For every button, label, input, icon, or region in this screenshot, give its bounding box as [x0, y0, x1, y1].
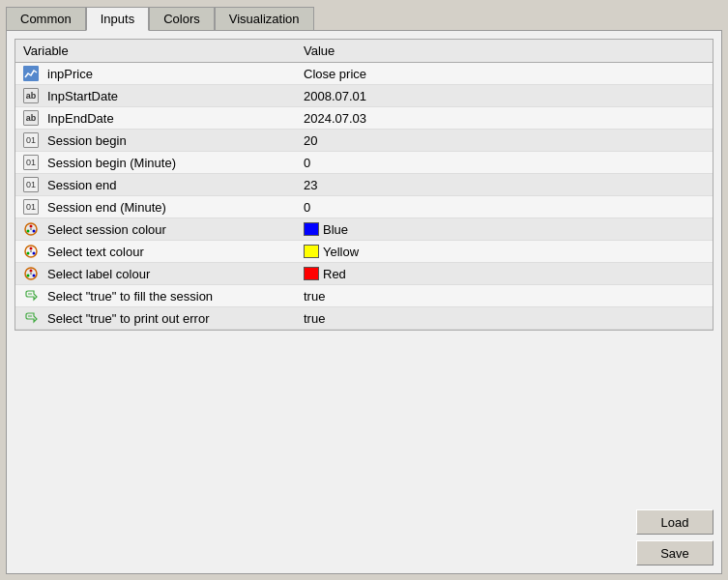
table-row[interactable]: Select "true" to fill the sessiontrue [15, 285, 713, 307]
variable-cell: 01Session end (Minute) [15, 196, 296, 218]
svg-point-13 [33, 275, 36, 277]
value-cell: true [296, 285, 713, 307]
table-row[interactable]: Select label colourRed [15, 263, 713, 285]
arrow-icon [23, 310, 39, 326]
variable-cell: abInpStartDate [15, 85, 296, 107]
color-swatch [304, 222, 319, 236]
variable-name: Select "true" to print out error [47, 311, 209, 326]
variables-table: Variable Value inpPriceClose priceabInpS… [15, 40, 713, 330]
main-window: Common Inputs Colors Visualization Varia… [0, 0, 728, 580]
tab-inputs[interactable]: Inputs [86, 7, 149, 31]
variable-cell: abInpEndDate [15, 107, 296, 130]
table-row[interactable]: inpPriceClose price [15, 63, 713, 85]
variable-cell: Select text colour [15, 241, 296, 263]
load-button[interactable]: Load [636, 509, 713, 535]
price-icon [23, 66, 39, 81]
variable-name: Session begin (Minute) [47, 156, 176, 170]
variable-name: Select session colour [47, 222, 166, 237]
buttons-area: Load Save [636, 509, 713, 566]
value-cell: 20 [296, 130, 713, 152]
color-picker-icon [23, 244, 39, 259]
variable-cell: Select "true" to fill the session [15, 285, 296, 307]
table-row[interactable]: 01Session begin20 [15, 130, 713, 152]
table-row[interactable]: Select "true" to print out errortrue [15, 307, 713, 330]
variable-name: inpPrice [47, 67, 93, 81]
variable-name: InpEndDate [47, 111, 114, 126]
color-text: Blue [323, 222, 348, 237]
svg-point-14 [27, 275, 30, 277]
save-button[interactable]: Save [636, 540, 713, 566]
color-picker-icon [23, 266, 39, 281]
svg-point-15 [30, 273, 32, 275]
variables-table-container: Variable Value inpPriceClose priceabInpS… [15, 39, 713, 331]
svg-point-3 [33, 230, 36, 233]
col-header-value: Value [296, 40, 713, 63]
tab-visualization[interactable]: Visualization [215, 7, 314, 31]
variable-name: Session end (Minute) [47, 200, 166, 215]
value-cell: true [296, 307, 713, 330]
svg-point-9 [27, 252, 30, 255]
o1-icon: 01 [23, 132, 39, 148]
variable-name: InpStartDate [47, 89, 118, 103]
table-row[interactable]: abInpStartDate2008.07.01 [15, 85, 713, 107]
color-text: Red [323, 267, 346, 281]
value-cell: 0 [296, 152, 713, 174]
variable-cell: 01Session begin (Minute) [15, 152, 296, 174]
svg-point-5 [30, 228, 32, 230]
variable-name: Select "true" to fill the session [47, 289, 213, 304]
color-swatch [304, 267, 319, 280]
variable-cell: Select session colour [15, 218, 296, 241]
variable-cell: Select "true" to print out error [15, 307, 296, 330]
table-row[interactable]: 01Session end (Minute)0 [15, 196, 713, 218]
value-cell: 0 [296, 196, 713, 218]
o1-icon: 01 [23, 177, 39, 192]
value-cell: Close price [296, 63, 713, 85]
svg-point-10 [30, 250, 32, 252]
variable-cell: Select label colour [15, 263, 296, 285]
variable-cell: 01Session end [15, 174, 296, 196]
svg-point-12 [30, 270, 33, 273]
variable-cell: 01Session begin [15, 130, 296, 152]
variable-name: Select label colour [47, 267, 150, 281]
color-swatch [304, 245, 319, 258]
o1-icon: 01 [23, 199, 39, 215]
tab-colors[interactable]: Colors [149, 7, 215, 31]
o1-icon: 01 [23, 155, 39, 170]
svg-rect-0 [23, 66, 39, 81]
table-row[interactable]: 01Session begin (Minute)0 [15, 152, 713, 174]
color-picker-icon [23, 221, 39, 237]
arrow-icon [23, 288, 39, 304]
variable-cell: inpPrice [15, 63, 296, 85]
content-area: Variable Value inpPriceClose priceabInpS… [6, 30, 722, 574]
value-cell: 23 [296, 174, 713, 196]
variable-name: Session begin [47, 133, 127, 148]
ab-icon: ab [23, 110, 39, 126]
value-cell: 2008.07.01 [296, 85, 713, 107]
table-row[interactable]: 01Session end23 [15, 174, 713, 196]
svg-point-7 [30, 247, 33, 250]
value-cell: Yellow [296, 241, 713, 263]
svg-point-2 [30, 225, 33, 228]
value-cell: 2024.07.03 [296, 107, 713, 130]
value-cell: Blue [296, 218, 713, 241]
variable-name: Select text colour [47, 245, 144, 259]
table-row[interactable]: Select session colourBlue [15, 218, 713, 241]
tab-bar: Common Inputs Colors Visualization [0, 0, 728, 30]
color-text: Yellow [323, 245, 359, 259]
col-header-variable: Variable [15, 40, 296, 63]
table-row[interactable]: Select text colourYellow [15, 241, 713, 263]
svg-point-4 [27, 230, 30, 233]
value-cell: Red [296, 263, 713, 285]
table-row[interactable]: abInpEndDate2024.07.03 [15, 107, 713, 130]
variable-name: Session end [47, 178, 117, 192]
tab-common[interactable]: Common [6, 7, 86, 31]
ab-icon: ab [23, 88, 39, 103]
svg-point-8 [33, 252, 36, 255]
